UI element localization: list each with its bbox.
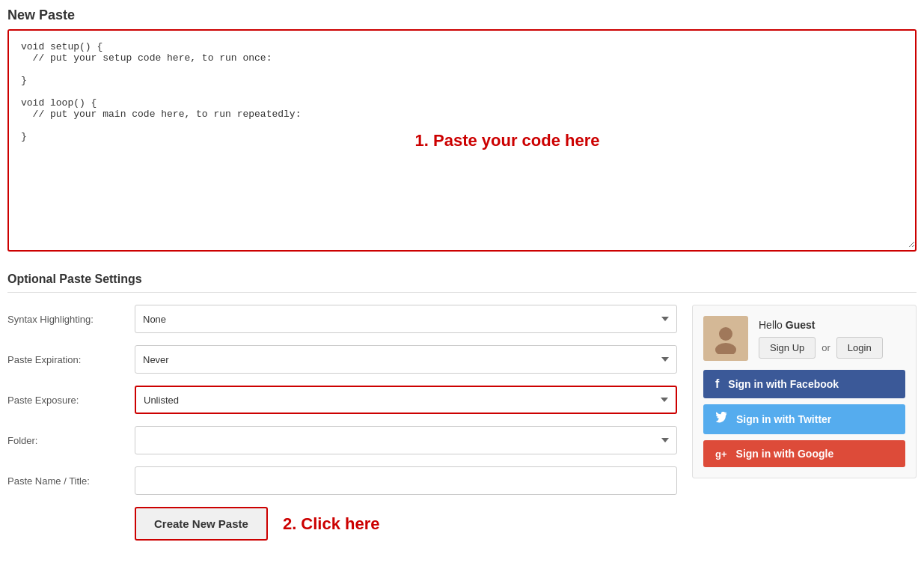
folder-select[interactable] [135, 426, 677, 454]
hello-text: Hello Guest [759, 319, 883, 331]
expiration-label: Paste Expiration: [7, 354, 135, 365]
page-wrapper: New Paste void setup() { // put your set… [0, 0, 924, 541]
create-btn-wrapper: Create New Paste 2. Click here [135, 507, 677, 541]
guest-panel: Hello Guest Sign Up or Login [692, 305, 917, 478]
exposure-label: Paste Exposure: [7, 395, 135, 406]
exposure-row: Paste Exposure: Unlisted Public Private [7, 386, 677, 414]
google-signin-button[interactable]: g+ Sign in with Google [703, 440, 905, 467]
guest-info: Hello Guest Sign Up or Login [759, 319, 883, 359]
settings-right: Hello Guest Sign Up or Login [692, 305, 917, 541]
create-new-paste-button[interactable]: Create New Paste [135, 507, 268, 541]
social-buttons: f Sign in with Facebook Sign in with Twi… [703, 370, 905, 467]
twitter-signin-button[interactable]: Sign in with Twitter [703, 404, 905, 434]
settings-left: Syntax Highlighting: None Paste Expirati… [7, 305, 677, 541]
expiration-select[interactable]: Never [135, 345, 677, 374]
signup-button[interactable]: Sign Up [759, 337, 816, 359]
folder-row: Folder: [7, 426, 677, 454]
name-label: Paste Name / Title: [7, 475, 135, 487]
facebook-signin-button[interactable]: f Sign in with Facebook [703, 370, 905, 398]
syntax-select[interactable]: None [135, 305, 677, 333]
login-button[interactable]: Login [836, 337, 883, 359]
avatar-icon [710, 323, 741, 354]
guest-header: Hello Guest Sign Up or Login [703, 316, 905, 361]
expiration-row: Paste Expiration: Never [7, 345, 677, 374]
name-row: Paste Name / Title: [7, 466, 677, 495]
settings-layout: Syntax Highlighting: None Paste Expirati… [7, 305, 917, 541]
new-paste-title: New Paste [7, 7, 917, 23]
settings-title: Optional Paste Settings [7, 273, 917, 293]
syntax-row: Syntax Highlighting: None [7, 305, 677, 333]
new-paste-section: New Paste void setup() { // put your set… [7, 0, 917, 264]
svg-point-0 [719, 327, 732, 341]
code-textarea[interactable]: void setup() { // put your setup code he… [9, 31, 915, 248]
twitter-label: Sign in with Twitter [736, 413, 831, 425]
facebook-icon: f [715, 377, 719, 391]
name-input[interactable] [135, 466, 677, 495]
syntax-label: Syntax Highlighting: [7, 314, 135, 325]
twitter-icon [715, 412, 727, 427]
avatar [703, 316, 748, 361]
click-hint: 2. Click here [283, 514, 380, 534]
google-icon: g+ [715, 448, 727, 460]
auth-buttons: Sign Up or Login [759, 337, 883, 359]
settings-section: Optional Paste Settings Syntax Highlight… [7, 264, 917, 541]
guest-name: Guest [786, 319, 816, 331]
folder-label: Folder: [7, 435, 135, 446]
google-label: Sign in with Google [736, 448, 834, 460]
exposure-select[interactable]: Unlisted Public Private [135, 386, 677, 414]
facebook-label: Sign in with Facebook [728, 378, 839, 390]
code-textarea-wrapper: void setup() { // put your setup code he… [7, 29, 917, 252]
svg-point-1 [715, 343, 736, 354]
or-text: or [821, 342, 830, 353]
